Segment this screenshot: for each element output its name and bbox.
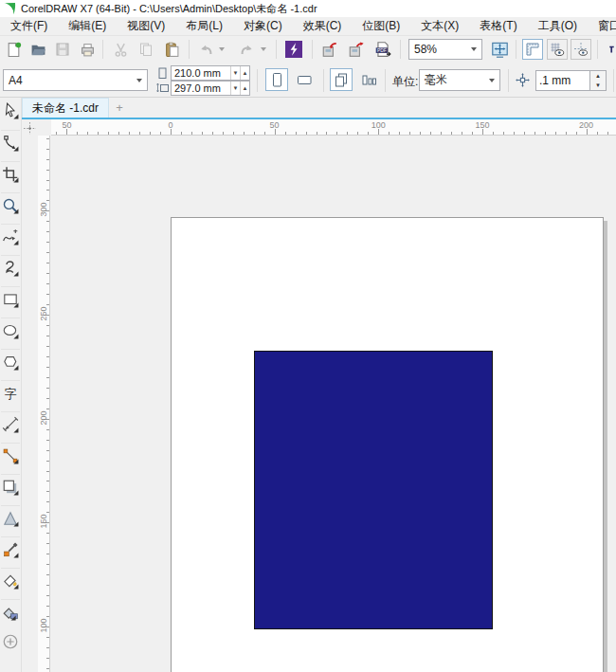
import-icon (321, 41, 338, 58)
plus-circle-icon (2, 633, 19, 650)
ruler-tick (46, 221, 49, 222)
print-button[interactable] (78, 40, 97, 59)
drop-shadow-tool[interactable] (1, 474, 20, 499)
menu-item-window[interactable]: 窗口(W) (588, 18, 616, 34)
undo-dropdown-arrow[interactable] (216, 40, 226, 59)
ruler-tick (118, 132, 119, 135)
artistic-media-tool[interactable] (1, 255, 20, 281)
transparency-tool[interactable] (1, 505, 20, 531)
ruler-tick (46, 252, 49, 253)
menu-item-text[interactable]: 文本(X) (410, 18, 469, 34)
publish-to-pdf-button[interactable]: PDF (373, 40, 392, 59)
show-rulers-toggle[interactable] (522, 39, 543, 60)
text-tool[interactable]: 字 (1, 380, 20, 406)
units-combobox[interactable]: 毫米 (419, 69, 500, 91)
shape-tool[interactable] (1, 130, 20, 155)
polygon-tool[interactable] (1, 349, 20, 374)
toolbar-separator (400, 40, 401, 59)
page-height-field[interactable]: 297.0 mm ▼▲ (171, 81, 250, 96)
plus-icon: + (116, 100, 123, 115)
save-button[interactable] (53, 40, 72, 59)
landscape-orientation-button[interactable] (293, 68, 316, 91)
paste-button[interactable] (162, 40, 181, 59)
zoom-to-page-icon (491, 41, 509, 59)
ruler-tick (285, 132, 286, 135)
connector-tool[interactable] (1, 443, 20, 468)
menu-item-table[interactable]: 表格(T) (469, 18, 527, 34)
redo-dropdown-arrow[interactable] (258, 40, 268, 59)
dimension-tool-icon (2, 416, 19, 433)
freehand-tool[interactable] (1, 224, 20, 249)
cut-button[interactable] (111, 40, 130, 59)
copy-button[interactable] (136, 40, 155, 59)
parallel-dimension-tool[interactable] (1, 411, 20, 437)
menu-item-tools[interactable]: 工具(O) (528, 18, 588, 34)
import-button[interactable] (320, 40, 339, 59)
chevron-down-icon (136, 79, 142, 82)
ruler-tick (181, 132, 182, 135)
ruler-tick (46, 377, 49, 378)
open-button[interactable] (28, 40, 47, 59)
ruler-tick (46, 388, 49, 389)
menu-item-layout[interactable]: 布局(L) (175, 18, 233, 34)
landscape-icon (297, 73, 313, 87)
ruler-label: 0 (168, 120, 172, 130)
portrait-orientation-button[interactable] (265, 68, 288, 91)
menu-item-view[interactable]: 视图(V) (117, 18, 175, 34)
ruler-label: 200 (39, 409, 48, 427)
ruler-tick (46, 647, 49, 648)
document-tab[interactable]: 未命名 -1.cdr (22, 98, 109, 118)
menu-item-effects[interactable]: 效果(C) (293, 18, 353, 34)
ruler-tick (576, 132, 577, 135)
ruler-tick (46, 668, 49, 669)
ruler-tick (326, 132, 327, 135)
zoom-to-page-button[interactable] (490, 40, 509, 59)
paste-clipboard-icon (164, 42, 180, 58)
color-eyedropper-tool[interactable] (1, 536, 20, 562)
all-pages-settings-button[interactable] (330, 68, 353, 91)
ruler-tick (46, 501, 49, 502)
vertical-ruler[interactable]: 300250200150100 (38, 136, 50, 672)
ruler-origin-icon[interactable] (24, 121, 36, 134)
menu-item-object[interactable]: 对象(C) (233, 18, 293, 34)
export-button[interactable] (347, 40, 366, 59)
drawn-rectangle[interactable] (254, 351, 493, 629)
zoom-level-combobox[interactable]: 58% (408, 39, 482, 60)
new-document-button[interactable] (4, 40, 23, 59)
quick-customize-button[interactable] (1, 629, 20, 654)
ruler-tick (441, 132, 442, 135)
menu-item-bitmaps[interactable]: 位图(B) (352, 18, 410, 34)
rectangle-tool[interactable] (1, 286, 20, 312)
show-guidelines-toggle[interactable] (571, 39, 591, 60)
zoom-tool[interactable] (1, 192, 20, 218)
nudge-distance-spinner[interactable]: ▲▼ (589, 70, 607, 91)
show-grid-toggle[interactable] (547, 39, 568, 60)
new-tab-button[interactable]: + (109, 98, 130, 118)
page-width-field[interactable]: 210.0 mm ▼▲ (171, 65, 250, 81)
pick-tool[interactable] (1, 99, 20, 123)
crop-tool[interactable] (1, 161, 20, 187)
application-launcher-button[interactable] (284, 40, 303, 59)
smart-fill-tool[interactable] (1, 568, 20, 593)
interactive-fill-tool[interactable] (1, 599, 20, 625)
ruler-tick (46, 471, 49, 472)
interactive-fill-tool-icon (2, 604, 19, 621)
page-height-spinner[interactable]: ▼▲ (230, 82, 249, 95)
horizontal-ruler[interactable]: 50050100150200 (51, 119, 616, 136)
undo-button[interactable] (196, 40, 215, 59)
ellipse-tool[interactable] (1, 318, 20, 343)
clipped-toolbar-button[interactable] (607, 40, 616, 59)
ruler-label: 50 (270, 120, 280, 130)
menu-item-edit[interactable]: 编辑(E) (58, 18, 117, 34)
redo-button[interactable] (238, 40, 257, 59)
nudge-distance-field[interactable]: .1 mm (535, 70, 590, 91)
page-size-preset-combobox[interactable]: A4 (3, 69, 148, 91)
guidelines-icon (573, 42, 589, 57)
page-width-spinner[interactable]: ▼▲ (230, 66, 249, 80)
menu-item-file[interactable]: 文件(F) (0, 18, 58, 34)
ruler-tick (534, 132, 535, 135)
propbar-separator (385, 69, 386, 92)
drawing-canvas[interactable] (50, 136, 616, 672)
page-width-value: 210.0 mm (174, 67, 221, 79)
current-page-settings-button[interactable] (357, 68, 380, 91)
